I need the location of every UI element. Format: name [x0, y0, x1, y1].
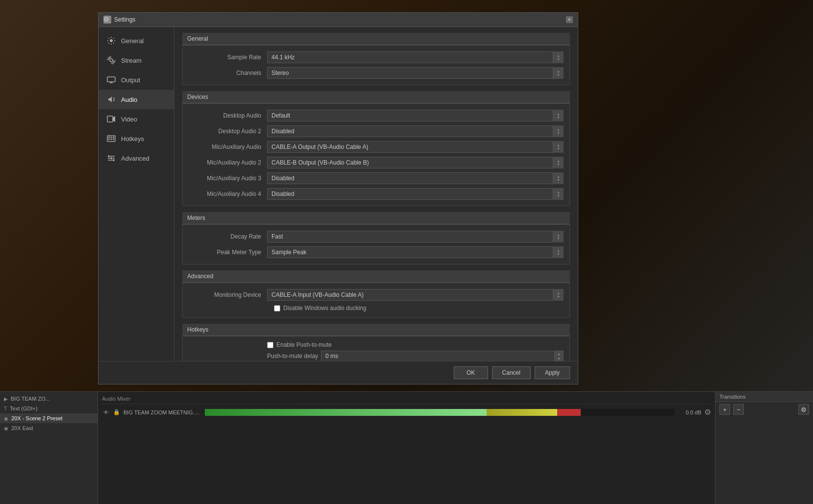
peak-meter-select-wrapper[interactable]: Sample Peak: [267, 246, 564, 258]
desktop-audio2-label: Desktop Audio 2: [189, 128, 267, 135]
monitoring-device-row: Monitoring Device CABLE-A Input (VB-Audi…: [183, 287, 569, 303]
audio-settings-icon[interactable]: ⚙: [704, 408, 711, 417]
section-general: General Sample Rate 44.1 kHz Channels: [182, 33, 570, 85]
svg-rect-5: [108, 137, 110, 138]
disable-ducking-checkbox[interactable]: [274, 305, 280, 312]
sidebar-item-hotkeys[interactable]: Hotkeys: [99, 129, 174, 148]
disable-ducking-row: Disable Windows audio ducking: [183, 303, 569, 313]
remove-button[interactable]: −: [733, 404, 744, 415]
ptm-delay-down[interactable]: ▼: [555, 356, 563, 361]
channels-select[interactable]: Stereo: [267, 67, 564, 79]
section-header-general: General: [182, 33, 570, 45]
scene-item-label-east: 20X East: [11, 425, 33, 431]
svg-rect-7: [113, 137, 114, 138]
scene-item-big-team[interactable]: ▶ BIG TEAM ZO...: [0, 394, 98, 404]
volume-red: [557, 409, 581, 416]
title-bar: ⚙ Settings ✕: [99, 13, 578, 27]
section-hotkeys: Hotkeys Mic/Aux 2 Enable Push-to-mute Pu…: [182, 324, 570, 361]
svg-rect-8: [108, 139, 110, 140]
mic-aux3-select[interactable]: Disabled: [267, 172, 564, 184]
desktop-audio-select[interactable]: Default: [267, 110, 564, 121]
add-button[interactable]: +: [719, 404, 730, 415]
close-button[interactable]: ✕: [566, 16, 573, 23]
settings-gear-button[interactable]: ⚙: [798, 404, 809, 415]
section-header-advanced: Advanced: [182, 270, 570, 283]
sidebar-label-stream: Stream: [121, 57, 142, 64]
stream-icon: [106, 55, 116, 65]
general-icon: [106, 36, 116, 46]
settings-window: ⚙ Settings ✕ General: [98, 12, 578, 384]
section-body-meters: Decay Rate Fast Peak Meter Type Sam: [182, 224, 570, 264]
mic-aux-select-wrapper[interactable]: CABLE-A Output (VB-Audio Cable A): [267, 141, 564, 153]
decay-rate-select-wrapper[interactable]: Fast: [267, 231, 564, 242]
east-scene-icon: ◉: [4, 426, 8, 431]
section-body-general: Sample Rate 44.1 kHz Channels Stere: [182, 45, 570, 85]
mic-aux4-select[interactable]: Disabled: [267, 188, 564, 200]
audio-icon: [106, 95, 116, 104]
svg-point-1: [110, 59, 113, 62]
sidebar-item-stream[interactable]: Stream: [99, 50, 174, 70]
mic-aux2-select-wrapper[interactable]: CABLE-B Output (VB-Audio Cable B): [267, 157, 564, 168]
sample-rate-select[interactable]: 44.1 kHz: [267, 51, 564, 63]
settings-footer: OK Cancel Apply: [99, 361, 578, 384]
desktop-audio-select-wrapper[interactable]: Default: [267, 110, 564, 121]
sidebar-item-general[interactable]: General: [99, 31, 174, 50]
volume-yellow: [487, 409, 557, 416]
transitions-header: Transitions: [715, 392, 813, 402]
sidebar-label-video: Video: [121, 116, 137, 123]
ptm-delay-input[interactable]: [321, 351, 555, 361]
section-header-meters: Meters: [182, 212, 570, 224]
mic-aux3-select-wrapper[interactable]: Disabled: [267, 172, 564, 184]
audio-panel-header: Audio Mixer: [102, 394, 711, 404]
apply-button[interactable]: Apply: [535, 366, 570, 379]
ptm-enable-row: Enable Push-to-mute: [267, 341, 564, 348]
desktop-audio2-select[interactable]: Disabled: [267, 125, 564, 137]
ptm-delay-row: Push-to-mute delay ▲ ▼: [267, 350, 564, 361]
decay-rate-label: Decay Rate: [189, 233, 267, 240]
mic-aux-select[interactable]: CABLE-A Output (VB-Audio Cable A): [267, 141, 564, 153]
peak-meter-select[interactable]: Sample Peak: [267, 246, 564, 258]
sample-rate-select-wrapper[interactable]: 44.1 kHz: [267, 51, 564, 63]
scene-item-text[interactable]: T Text (GDI+): [0, 404, 98, 413]
ptm-delay-spinner[interactable]: ▲ ▼: [555, 351, 564, 361]
ptm-delay-label: Push-to-mute delay: [267, 353, 318, 360]
sidebar-item-audio[interactable]: Audio: [99, 90, 174, 109]
scene-item-20x-scene2[interactable]: ◉ 20X - Scene 2 Preset: [0, 413, 98, 423]
mic-aux3-row: Mic/Auxiliary Audio 3 Disabled: [183, 170, 569, 186]
ok-button[interactable]: OK: [454, 366, 488, 379]
scene-item-label-20x: 20X - Scene 2 Preset: [11, 415, 63, 421]
peak-meter-row: Peak Meter Type Sample Peak: [183, 244, 569, 260]
sidebar-item-advanced[interactable]: Advanced: [99, 148, 174, 168]
advanced-icon: [106, 153, 116, 163]
section-header-hotkeys: Hotkeys: [182, 324, 570, 336]
mic-aux2-select[interactable]: CABLE-B Output (VB-Audio Cable B): [267, 157, 564, 168]
ptm-enable-checkbox[interactable]: [267, 342, 273, 348]
sidebar-item-video[interactable]: Video: [99, 109, 174, 129]
mic-aux4-select-wrapper[interactable]: Disabled: [267, 188, 564, 200]
channels-select-wrapper[interactable]: Stereo: [267, 67, 564, 79]
desktop-audio2-select-wrapper[interactable]: Disabled: [267, 125, 564, 137]
volume-bar[interactable]: [205, 409, 675, 416]
sidebar-item-output[interactable]: Output: [99, 70, 174, 90]
monitoring-device-select[interactable]: CABLE-A Input (VB-Audio Cable A): [267, 289, 564, 301]
section-advanced: Advanced Monitoring Device CABLE-A Input…: [182, 270, 570, 318]
cancel-button[interactable]: Cancel: [492, 366, 531, 379]
channels-label: Channels: [189, 70, 267, 76]
mic-aux-row: Mic/Auxiliary Audio CABLE-A Output (VB-A…: [183, 139, 569, 155]
svg-rect-9: [111, 139, 112, 140]
bottom-scenes-panel: ▶ BIG TEAM ZO... T Text (GDI+) ◉ 20X - S…: [0, 392, 813, 504]
svg-rect-6: [111, 137, 112, 138]
main-content: General Sample Rate 44.1 kHz Channels: [174, 27, 578, 361]
mic-aux2-ptm-row: Mic/Aux 2 Enable Push-to-mute Push-to-mu…: [183, 339, 569, 361]
decay-rate-select[interactable]: Fast: [267, 231, 564, 242]
audio-track-name: BIG TEAM ZOOM MEETNIG.mp4: [123, 409, 202, 415]
scene-item-label-text: Text (GDI+): [10, 406, 38, 411]
sidebar-label-advanced: Advanced: [121, 155, 149, 162]
scene-item-20x-east[interactable]: ◉ 20X East: [0, 423, 98, 433]
eye-button[interactable]: 👁: [102, 408, 110, 416]
video-scene-icon: ▶: [4, 396, 8, 402]
lock-button[interactable]: 🔒: [113, 408, 121, 416]
ptm-delay-up[interactable]: ▲: [555, 351, 563, 356]
monitoring-device-select-wrapper[interactable]: CABLE-A Input (VB-Audio Cable A): [267, 289, 564, 301]
disable-ducking-label: Disable Windows audio ducking: [283, 305, 366, 312]
